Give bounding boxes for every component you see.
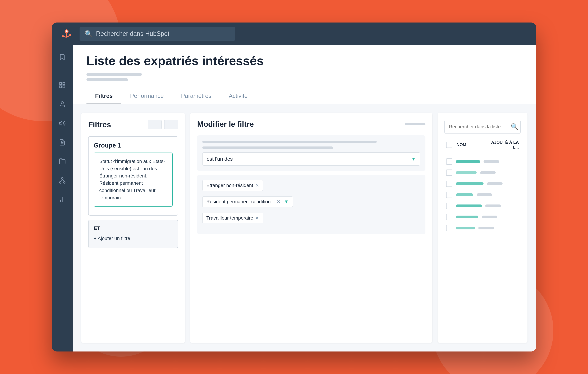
page-header: Liste des expatriés intéressés Filtres P… bbox=[73, 45, 536, 104]
sidebar-item-marketing[interactable] bbox=[56, 118, 68, 129]
svg-rect-10 bbox=[63, 86, 65, 88]
row-name-bar bbox=[456, 171, 477, 174]
add-filter-button[interactable]: + Ajouter un filtre bbox=[94, 234, 173, 242]
svg-point-5 bbox=[62, 35, 64, 37]
row-checkbox[interactable] bbox=[446, 158, 452, 165]
tag-row-1: Étranger non-résident ✕ bbox=[202, 180, 420, 194]
row-date-bar bbox=[487, 182, 503, 185]
edit-filter-title: Modifier le filtre bbox=[197, 120, 254, 129]
svg-line-19 bbox=[62, 179, 64, 181]
sidebar-item-grid[interactable] bbox=[56, 80, 68, 90]
and-group: ET + Ajouter un filtre bbox=[88, 220, 178, 248]
tab-parametres[interactable]: Paramètres bbox=[172, 88, 220, 104]
filter-rule-text[interactable]: Statut d'immigration aux États-Unis (sen… bbox=[94, 153, 173, 207]
row-checkbox[interactable] bbox=[446, 203, 452, 209]
tag-v2[interactable]: Résident permanent condition... ✕ ▼ bbox=[202, 196, 293, 207]
row-name-bar bbox=[456, 205, 482, 207]
search-input-label: Rechercher dans HubSpot bbox=[96, 30, 169, 37]
row-name-bar bbox=[456, 193, 473, 196]
row-checkbox[interactable] bbox=[446, 169, 452, 176]
list-search-bar[interactable]: 🔍 bbox=[444, 120, 521, 134]
tag-row-2: Résident permanent condition... ✕ ▼ bbox=[202, 196, 420, 210]
list-item bbox=[444, 211, 521, 222]
tag-v2-remove[interactable]: ✕ bbox=[277, 199, 281, 205]
content-panel: Liste des expatriés intéressés Filtres P… bbox=[73, 45, 536, 352]
row-date-bar bbox=[477, 193, 492, 196]
col-header-nom: NOM bbox=[457, 142, 488, 147]
list-table-header: NOM AJOUTÉ À LA L... bbox=[444, 140, 521, 153]
sidebar-item-contacts[interactable] bbox=[56, 99, 68, 110]
row-name-bar bbox=[456, 216, 478, 218]
tag-v3-label: Travailleur temporaire bbox=[206, 215, 253, 221]
list-item bbox=[444, 156, 521, 167]
hubspot-logo-icon bbox=[61, 28, 73, 40]
tab-filtres[interactable]: Filtres bbox=[86, 88, 121, 104]
breadcrumb-line-1 bbox=[86, 73, 142, 76]
condition-operator-label: est l'un des bbox=[207, 156, 233, 162]
row-date-bar bbox=[480, 171, 496, 174]
svg-rect-7 bbox=[60, 83, 62, 85]
tag-row-3: Travailleur temporaire ✕ bbox=[202, 213, 420, 226]
filters-header-buttons bbox=[148, 120, 178, 129]
row-name-bar bbox=[456, 160, 480, 163]
group-card: Groupe 1 Statut d'immigration aux États-… bbox=[88, 136, 178, 216]
filters-column: Filtres Groupe 1 Statut d'immigration au… bbox=[81, 113, 185, 343]
svg-rect-8 bbox=[63, 83, 65, 85]
tab-activite[interactable]: Activité bbox=[220, 88, 256, 104]
tag-v3-remove[interactable]: ✕ bbox=[255, 215, 259, 221]
page-title: Liste des expatriés intéressés bbox=[86, 54, 522, 68]
condition-bar-1 bbox=[202, 141, 377, 143]
condition-operator-dropdown[interactable]: est l'un des ▼ bbox=[202, 152, 420, 165]
breadcrumb bbox=[86, 73, 522, 81]
dropdown-arrow-icon: ▼ bbox=[411, 156, 416, 162]
tag-v3[interactable]: Travailleur temporaire ✕ bbox=[202, 213, 263, 223]
sidebar-divider-1 bbox=[58, 71, 67, 71]
svg-point-16 bbox=[59, 182, 61, 183]
sidebar-item-folders[interactable] bbox=[56, 156, 68, 166]
list-item bbox=[444, 222, 521, 234]
sidebar-item-reports[interactable] bbox=[56, 137, 68, 148]
row-checkbox[interactable] bbox=[446, 214, 452, 220]
sidebar-item-network[interactable] bbox=[56, 175, 68, 186]
list-search-icon: 🔍 bbox=[511, 123, 518, 130]
tag-v1-remove[interactable]: ✕ bbox=[255, 183, 259, 188]
svg-point-17 bbox=[63, 182, 65, 183]
sidebar bbox=[52, 45, 73, 352]
list-item bbox=[444, 189, 521, 200]
row-name-bar bbox=[456, 182, 483, 185]
list-item bbox=[444, 200, 521, 211]
header-checkbox[interactable] bbox=[446, 142, 453, 148]
list-item bbox=[444, 167, 521, 178]
values-section: Étranger non-résident ✕ Résident permane… bbox=[197, 175, 425, 234]
filters-btn-2[interactable] bbox=[164, 120, 178, 129]
edit-filter-header: Modifier le filtre bbox=[197, 120, 425, 129]
svg-point-6 bbox=[69, 34, 71, 36]
edit-filter-column: Modifier le filtre est l'un des ▼ bbox=[190, 113, 432, 343]
svg-point-15 bbox=[61, 177, 63, 179]
sidebar-item-bookmark[interactable] bbox=[56, 52, 68, 62]
tag-v1-label: Étranger non-résident bbox=[206, 183, 253, 188]
tag-v1[interactable]: Étranger non-résident ✕ bbox=[202, 180, 263, 191]
tag-v2-expand-icon[interactable]: ▼ bbox=[284, 199, 289, 205]
global-search-bar[interactable]: 🔍 Rechercher dans HubSpot bbox=[80, 27, 235, 41]
filters-title: Filtres bbox=[88, 120, 111, 129]
main-area: Liste des expatriés intéressés Filtres P… bbox=[52, 45, 536, 352]
svg-point-1 bbox=[65, 30, 67, 32]
row-checkbox[interactable] bbox=[446, 181, 452, 187]
three-col-layout: Filtres Groupe 1 Statut d'immigration au… bbox=[73, 104, 536, 352]
row-checkbox[interactable] bbox=[446, 225, 452, 231]
row-date-bar bbox=[483, 160, 499, 163]
sidebar-item-charts[interactable] bbox=[56, 194, 68, 205]
col-header-ajout: AJOUTÉ À LA L... bbox=[491, 140, 519, 150]
breadcrumb-line-2 bbox=[86, 78, 128, 81]
tab-performance[interactable]: Performance bbox=[121, 88, 172, 104]
tab-bar: Filtres Performance Paramètres Activité bbox=[86, 88, 522, 104]
filters-header: Filtres bbox=[88, 120, 178, 129]
list-search-input[interactable] bbox=[449, 124, 511, 130]
filters-btn-1[interactable] bbox=[148, 120, 161, 129]
and-label: ET bbox=[94, 225, 173, 231]
row-checkbox[interactable] bbox=[446, 192, 452, 198]
row-name-bar bbox=[456, 227, 475, 230]
filter-condition-section: est l'un des ▼ bbox=[197, 135, 425, 171]
search-icon: 🔍 bbox=[85, 30, 93, 37]
